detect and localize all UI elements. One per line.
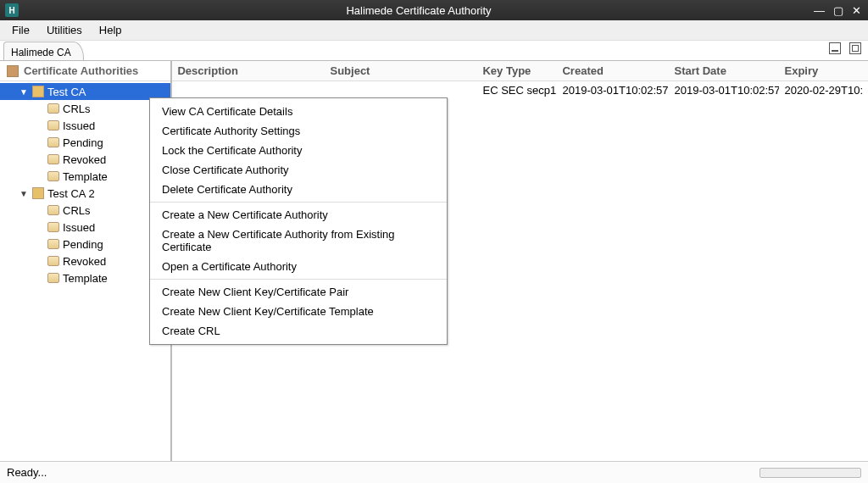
- cell-start-date: 2019-03-01T10:02:57.0: [669, 82, 779, 98]
- view-controls: [829, 42, 861, 54]
- tree-node-pending-2[interactable]: Pending: [0, 236, 170, 253]
- menu-ca-settings[interactable]: Certificate Authority Settings: [150, 121, 447, 141]
- tree-node-revoked[interactable]: Revoked: [0, 151, 170, 168]
- tree-node-label: Test CA 2: [47, 187, 95, 200]
- separator: [150, 202, 447, 203]
- folder-icon: [47, 273, 59, 283]
- tree-node-template[interactable]: Template: [0, 168, 170, 185]
- window-controls: — ▢ ✕: [814, 4, 861, 17]
- tree-node-template-2[interactable]: Template: [0, 269, 170, 286]
- ca-icon: [32, 86, 44, 97]
- context-menu: View CA Certificate Details Certificate …: [149, 97, 448, 345]
- menu-utilities[interactable]: Utilities: [40, 22, 89, 38]
- folder-icon: [47, 154, 59, 164]
- menu-create-new-ca-existing[interactable]: Create a New Certificate Authority from …: [150, 225, 447, 257]
- menu-create-new-ca[interactable]: Create a New Certificate Authority: [150, 205, 447, 225]
- tree-node-crls[interactable]: CRLs: [0, 100, 170, 117]
- ca-icon: [32, 187, 44, 199]
- table-header: Description Subject Key Type Created Sta…: [172, 61, 868, 81]
- tree-node-label: Revoked: [63, 153, 106, 166]
- menu-new-client-template[interactable]: Create New Client Key/Certificate Templa…: [150, 302, 447, 321]
- chevron-down-icon[interactable]: ▼: [19, 189, 29, 198]
- folder-icon: [47, 103, 59, 114]
- tree-node-label: Test CA: [47, 86, 86, 98]
- menu-close-ca[interactable]: Close Certificate Authority: [150, 160, 447, 180]
- tree-node-label: CRLs: [63, 103, 91, 115]
- folder-icon: [47, 120, 59, 130]
- menu-file[interactable]: File: [5, 22, 36, 38]
- chevron-down-icon[interactable]: ▼: [19, 87, 29, 97]
- tree-panel: Certificate Authorities ▼ Test CA CRLs I…: [0, 61, 172, 461]
- window-title: Halimede Certificate Authority: [24, 4, 814, 17]
- tree-node-label: Template: [63, 272, 108, 285]
- menu-help[interactable]: Help: [92, 22, 129, 38]
- folder-icon: [47, 205, 59, 215]
- tab-halimede-ca[interactable]: Halimede CA: [3, 42, 84, 60]
- tree-header-label: Certificate Authorities: [24, 64, 138, 77]
- folder-icon: [47, 256, 59, 266]
- tree-node-revoked-2[interactable]: Revoked: [0, 253, 170, 269]
- cell-subject: [325, 88, 477, 92]
- cell-created: 2019-03-01T10:02:57.0: [557, 82, 669, 98]
- app-icon: H: [5, 3, 19, 17]
- menu-lock-ca[interactable]: Lock the Certificate Authority: [150, 141, 447, 160]
- tab-row: Halimede CA: [0, 41, 868, 61]
- progress-bar: [760, 468, 861, 478]
- status-text: Ready...: [7, 466, 47, 479]
- tree-node-test-ca-2[interactable]: ▼ Test CA 2: [0, 185, 170, 202]
- tree-node-label: Revoked: [63, 255, 106, 268]
- cell-key-type: EC SEC secp128r1: [477, 82, 557, 98]
- menubar: File Utilities Help: [0, 20, 868, 41]
- tree-header: Certificate Authorities: [0, 61, 170, 81]
- tree-node-issued[interactable]: Issued: [0, 117, 170, 134]
- tree-node-label: CRLs: [63, 204, 91, 217]
- tree: ▼ Test CA CRLs Issued Pending Revoked Te…: [0, 81, 170, 288]
- col-expiry[interactable]: Expiry: [779, 61, 868, 80]
- folder-icon: [47, 171, 59, 181]
- menu-new-client-keypair[interactable]: Create New Client Key/Certificate Pair: [150, 282, 447, 302]
- tree-node-issued-2[interactable]: Issued: [0, 219, 170, 236]
- folder-icon: [47, 222, 59, 232]
- folder-icon: [47, 239, 59, 249]
- table-row[interactable]: EC SEC secp128r1 2019-03-01T10:02:57.0 2…: [172, 81, 868, 98]
- cell-expiry: 2020-02-29T10:: [779, 82, 868, 98]
- menu-open-ca[interactable]: Open a Certificate Authority: [150, 257, 447, 276]
- certificate-authorities-icon: [7, 65, 19, 77]
- titlebar: H Halimede Certificate Authority — ▢ ✕: [0, 0, 868, 20]
- statusbar: Ready...: [0, 461, 868, 483]
- folder-icon: [47, 137, 59, 147]
- col-key-type[interactable]: Key Type: [477, 61, 557, 80]
- close-icon[interactable]: ✕: [852, 4, 861, 17]
- tree-node-label: Issued: [63, 221, 95, 234]
- menu-view-ca-details[interactable]: View CA Certificate Details: [150, 102, 447, 121]
- view-minimize-icon[interactable]: [829, 42, 841, 54]
- tree-node-pending[interactable]: Pending: [0, 134, 170, 151]
- menu-delete-ca[interactable]: Delete Certificate Authority: [150, 180, 447, 199]
- view-maximize-icon[interactable]: [849, 42, 861, 54]
- menu-create-crl[interactable]: Create CRL: [150, 321, 447, 341]
- minimize-icon[interactable]: —: [814, 4, 825, 17]
- cell-description: [172, 88, 325, 92]
- tree-node-label: Template: [63, 170, 108, 183]
- tree-node-label: Pending: [63, 136, 103, 149]
- tree-node-label: Issued: [63, 119, 95, 132]
- maximize-icon[interactable]: ▢: [833, 4, 843, 17]
- col-description[interactable]: Description: [172, 61, 325, 80]
- tree-node-label: Pending: [63, 238, 103, 251]
- col-created[interactable]: Created: [557, 61, 669, 80]
- tree-node-crls-2[interactable]: CRLs: [0, 202, 170, 219]
- col-subject[interactable]: Subject: [325, 61, 477, 80]
- separator: [150, 279, 447, 280]
- col-start-date[interactable]: Start Date: [669, 61, 779, 80]
- tree-node-test-ca[interactable]: ▼ Test CA: [0, 83, 170, 100]
